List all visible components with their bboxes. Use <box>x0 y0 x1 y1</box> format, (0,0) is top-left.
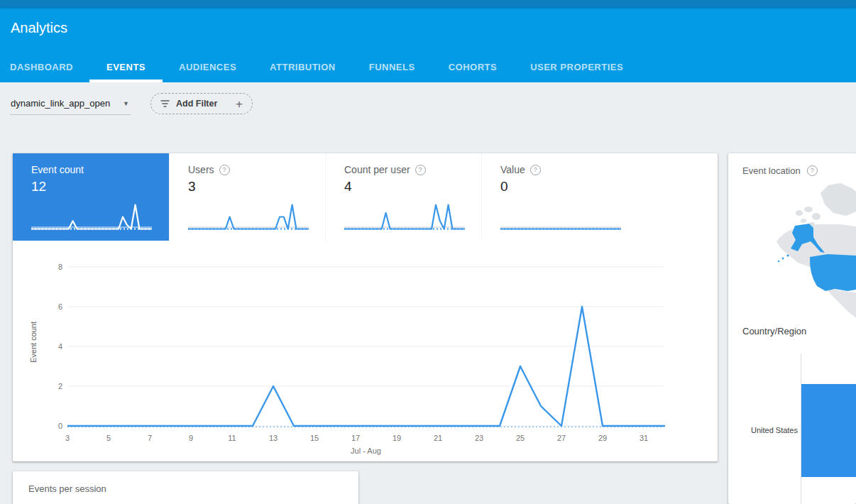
y-tick-label: 0 <box>43 421 62 431</box>
north-america-geo-map[interactable] <box>728 183 856 325</box>
plus-icon: + <box>236 98 243 110</box>
x-tick-label: 31 <box>633 433 654 443</box>
x-tick-label: 17 <box>345 433 366 443</box>
tab-dashboard[interactable]: DASHBOARD <box>10 62 73 82</box>
x-tick-label: 19 <box>386 433 407 443</box>
y-tick-label: 6 <box>43 302 62 312</box>
users-sparkline <box>188 199 309 233</box>
app-header: Analytics DASHBOARD EVENTS AUDIENCES ATT… <box>0 7 856 82</box>
metric-value: 12 <box>31 179 46 195</box>
map-aleutian-dot <box>778 261 779 262</box>
metric-label: Count per user? <box>344 164 426 175</box>
x-tick-label: 13 <box>263 433 284 443</box>
browser-top-strip <box>0 0 856 7</box>
x-tick-label: 11 <box>221 433 243 443</box>
event-location-card: Event location? Country/Region United St… <box>728 153 856 504</box>
y-tick-label: 2 <box>43 381 62 391</box>
tab-events[interactable]: EVENTS <box>106 62 146 82</box>
x-tick-label: 23 <box>468 433 490 443</box>
map-island <box>801 219 806 223</box>
map-island <box>804 207 813 212</box>
add-filter-label: Add Filter <box>176 99 217 109</box>
event-location-title: Event location? <box>742 165 818 176</box>
tab-funnels[interactable]: FUNNELS <box>369 62 415 82</box>
x-tick-label: 21 <box>427 433 449 443</box>
metric-tab-value[interactable]: Value? 0 <box>481 153 637 241</box>
map-aleutian-dot <box>786 254 789 256</box>
event-dropdown-value: dynamic_link_app_open <box>11 98 110 109</box>
map-greenland <box>821 183 856 216</box>
help-icon[interactable]: ? <box>219 165 230 175</box>
metric-value: 3 <box>188 179 196 195</box>
event-dropdown[interactable]: dynamic_link_app_open ▼ <box>10 94 131 115</box>
x-tick-label: 27 <box>551 433 572 443</box>
y-tick-label: 4 <box>43 341 62 351</box>
y-tick-label: 8 <box>43 262 62 272</box>
metric-label: Event count <box>31 164 84 175</box>
tab-cohorts[interactable]: COHORTS <box>449 62 498 82</box>
map-island <box>796 210 803 216</box>
chevron-down-icon: ▼ <box>123 100 129 107</box>
metric-value: 4 <box>344 179 352 195</box>
x-tick-label: 3 <box>57 433 78 443</box>
map-usa-highlight <box>810 254 856 291</box>
count-per-user-sparkline <box>344 199 465 233</box>
x-axis-title: Jul - Aug <box>67 447 664 455</box>
event-count-sparkline <box>31 199 152 233</box>
events-per-session-title: Events per session <box>28 483 106 494</box>
y-axis-title: Event count <box>29 295 38 389</box>
page-title: Analytics <box>11 20 67 36</box>
event-count-line-chart[interactable] <box>67 261 667 432</box>
metric-tab-row: Event count 12 Users? 3 Count per user? … <box>13 153 718 241</box>
events-chart-card: Event count 12 Users? 3 Count per user? … <box>13 153 718 461</box>
metric-tab-users[interactable]: Users? 3 <box>169 153 325 241</box>
country-region-header: Country/Region <box>742 326 806 336</box>
x-tick-label: 9 <box>180 433 202 443</box>
filter-icon <box>160 99 170 108</box>
value-sparkline <box>500 199 621 233</box>
help-icon[interactable]: ? <box>530 165 541 175</box>
metric-label: Users? <box>188 164 230 175</box>
united-states-bar[interactable] <box>801 384 856 477</box>
x-tick-label: 15 <box>304 433 325 443</box>
add-filter-button[interactable]: Add Filter + <box>150 93 253 114</box>
metric-value: 0 <box>500 179 508 195</box>
metric-tab-event-count[interactable]: Event count 12 <box>13 153 169 241</box>
x-tick-label: 29 <box>592 433 613 443</box>
x-tick-label: 7 <box>139 433 160 443</box>
tab-audiences[interactable]: AUDIENCES <box>179 62 236 82</box>
help-icon[interactable]: ? <box>807 165 818 176</box>
help-icon[interactable]: ? <box>415 165 426 175</box>
x-tick-label: 5 <box>98 433 119 443</box>
events-per-session-card: Events per session <box>13 471 358 504</box>
tab-attribution[interactable]: ATTRIBUTION <box>270 62 336 82</box>
map-island <box>812 213 821 220</box>
map-aleutian-dot <box>782 258 784 260</box>
metric-label: Value? <box>500 164 541 175</box>
united-states-bar-label: United States <box>732 426 798 434</box>
x-tick-label: 25 <box>510 433 531 443</box>
tab-user-properties[interactable]: USER PROPERTIES <box>530 62 623 82</box>
map-mexico <box>826 288 856 318</box>
metric-tab-count-per-user[interactable]: Count per user? 4 <box>325 153 481 241</box>
header-tab-bar: DASHBOARD EVENTS AUDIENCES ATTRIBUTION F… <box>10 62 623 82</box>
